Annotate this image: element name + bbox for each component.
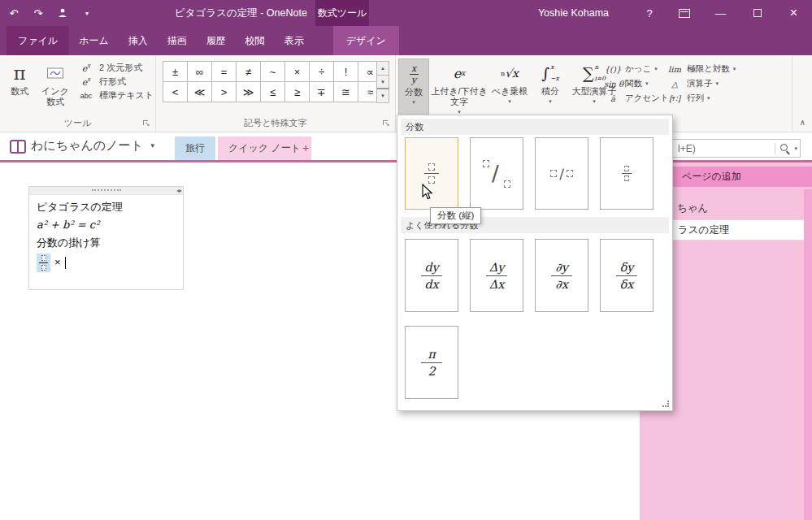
symbol-cell[interactable]: ÷ [310,62,334,82]
maximize-button[interactable] [739,0,775,26]
note-text-line[interactable]: ピタゴラスの定理 [37,198,176,216]
symbol-gallery: ± ∞ = ≠ ~ × ÷ ! ∝ < ≪ > ≫ ≤ ≥ ∓ ≅ ≈ [163,61,383,102]
symbol-cell[interactable]: ≫ [237,82,261,102]
touch-mode-icon[interactable] [57,5,68,21]
tab-history[interactable]: 履歴 [197,26,236,55]
gallery-item-small-fraction[interactable] [600,137,654,210]
symbol-cell[interactable]: ≥ [285,82,310,102]
search-icon[interactable] [780,144,788,151]
script-button[interactable]: ex 上付き/下付き 文字 ▾ [432,58,486,117]
gallery-more-icon[interactable]: ▼ [376,88,389,103]
symbol-cell[interactable]: ≅ [334,82,358,102]
symbol-cell[interactable]: = [212,62,237,82]
gallery-resize-grip[interactable] [662,401,669,407]
linear-format-icon: ex [76,76,96,88]
slash-icon: ∕ [492,160,499,186]
symbol-cell[interactable]: ± [163,62,188,82]
symbol-cell[interactable]: ! [334,62,358,82]
numerator-placeholder[interactable] [41,255,46,261]
search-scope-dropdown-icon[interactable]: ▾ [794,145,797,152]
user-name[interactable]: Yoshie Kohama [538,7,609,19]
normal-text-button[interactable]: abc 標準テキスト [76,89,154,102]
gallery-item-linear-fraction[interactable]: ∕ [535,137,588,210]
dropdown-arrow-icon: ▾ [645,80,649,87]
dropdown-arrow-icon: ▾ [707,95,710,102]
scroll-up-icon[interactable]: ▲ [376,61,389,76]
customize-quick-access-icon[interactable]: ▾ [81,5,93,21]
symbol-cell[interactable]: > [212,82,237,102]
note-equation-line[interactable]: × [37,252,176,273]
minimize-button[interactable]: — [702,0,739,26]
placeholder-box [504,180,510,188]
notebook-name-dropdown[interactable]: わにちゃんのノート ▼ [31,138,156,154]
symbol-cell[interactable]: ≠ [237,62,261,82]
page-list-item[interactable]: ラスの定理 [672,219,805,240]
denominator-placeholder[interactable] [41,265,46,271]
drag-grip-icon [92,189,121,191]
note-text-line[interactable]: 分数の掛け算 [37,234,176,252]
symbols-dialog-launcher-icon[interactable]: ↘ [383,120,391,128]
gallery-item-cap-delta-y-x[interactable]: ΔyΔx [470,239,523,312]
gallery-row: ∕ ∕ [405,137,654,210]
symbol-cell[interactable]: ≪ [188,82,212,102]
redo-icon[interactable]: ↷ [33,5,44,21]
page-pane-scrollbar[interactable] [804,189,812,520]
tab-review[interactable]: 校閲 [236,26,275,55]
notebook-group-label[interactable]: ちゃん [677,202,708,215]
note-math-line[interactable]: a² + b² = c² [37,216,176,234]
tab-view[interactable]: 表示 [275,26,314,55]
matrix-button[interactable]: [∷] 行列 ▾ [666,91,736,106]
scroll-down-icon[interactable]: ▼ [376,75,389,89]
professional-format-button[interactable]: ex 2 次元形式 [76,61,154,75]
bracket-button[interactable]: {()} かっこ ▾ [604,62,675,76]
accent-button[interactable]: ä アクセント ▾ [604,91,675,106]
symbol-cell[interactable]: ∞ [188,62,212,82]
gallery-item-delta-y-x[interactable]: δyδx [600,239,654,312]
gallery-item-partial-y-x[interactable]: ∂y∂x [535,239,588,312]
symbol-cell[interactable]: < [163,82,188,102]
help-button[interactable]: ? [633,0,666,26]
equation-button[interactable]: π 数式 [5,58,34,117]
placeholder-box [428,163,435,171]
group-tools: π 数式 インク 数式 ex 2 次元形式 ex 行形式 [0,55,156,132]
collapse-ribbon-icon[interactable]: ∧ [800,118,805,127]
tab-draw[interactable]: 描画 [158,26,197,55]
add-section-button[interactable]: + [294,136,317,160]
search-separator [775,143,775,154]
undo-icon[interactable]: ↶ [8,5,20,21]
close-button[interactable]: × [775,0,812,26]
gallery-item-skewed-fraction[interactable]: ∕ [470,137,523,210]
ribbon-display-options-button[interactable] [666,0,702,26]
symbol-cell[interactable]: ~ [261,62,285,82]
ink-equation-button[interactable]: インク 数式 [37,58,73,117]
symbol-cell[interactable]: ∓ [310,82,334,102]
symbol-cell[interactable]: × [285,62,310,82]
fraction-button[interactable]: xy 分数 ▾ [398,58,429,117]
limit-icon: lim [666,65,684,74]
resize-arrows-icon[interactable]: ◂▸ [176,187,181,194]
tab-home[interactable]: ホーム [69,26,119,55]
note-container[interactable]: ◂▸ ピタゴラスの定理 a² + b² = c² 分数の掛け算 × [28,186,184,290]
tab-file[interactable]: ファイル [7,26,69,55]
notebook-icon[interactable] [10,140,26,157]
gallery-row: dydx ΔyΔx ∂y∂x δyδx [405,239,654,312]
integral-button[interactable]: ∫ x−x 積分 ▾ [533,58,567,117]
radical-button[interactable]: n√x べき乗根 ▾ [489,58,530,117]
operator-button[interactable]: △ 演算子 ▾ [666,76,736,91]
search-placeholder-fragment: l+E) [678,143,696,154]
dropdown-arrow-icon: ▾ [549,98,552,105]
section-tab-travel[interactable]: 旅行 [175,136,215,160]
limit-and-log-button[interactable]: lim 極限と対数 ▾ [666,62,736,76]
tools-dialog-launcher-icon[interactable]: ↘ [143,120,151,128]
operator-icon: △ [666,80,684,89]
tab-insert[interactable]: 挿入 [119,26,158,55]
gallery-item-pi-over-2[interactable]: π2 [405,326,458,399]
gallery-item-dy-dx[interactable]: dydx [405,239,458,312]
tab-design[interactable]: デザイン [333,26,399,55]
function-button[interactable]: sin θ 関数 ▾ [604,76,675,91]
selected-fraction-placeholder[interactable] [37,254,50,272]
tools-small-buttons: ex 2 次元形式 ex 行形式 abc 標準テキスト [76,61,154,102]
symbol-cell[interactable]: ≤ [261,82,285,102]
linear-format-button[interactable]: ex 行形式 [76,75,154,89]
note-container-handle[interactable]: ◂▸ [29,187,183,195]
